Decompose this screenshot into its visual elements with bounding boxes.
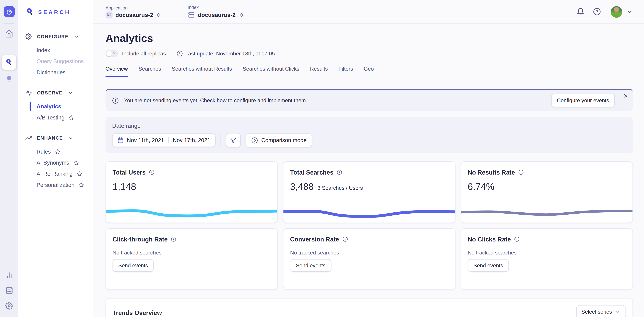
date-range-panel: Date range Nov 11th, 2021 Nov 17th, 2021 bbox=[106, 117, 633, 153]
analytics-tabs: Overview Searches Searches without Resul… bbox=[106, 66, 633, 77]
no-results-rate-card: No Results Rate 6.74% bbox=[460, 161, 633, 223]
star-icon[interactable] bbox=[78, 182, 84, 188]
info-icon[interactable] bbox=[514, 236, 520, 242]
comparison-mode-button[interactable]: Comparison mode bbox=[246, 133, 312, 147]
chevron-down-icon bbox=[74, 34, 79, 39]
star-icon[interactable] bbox=[77, 171, 82, 176]
page-meta-row: ✕ Include all replicas Last update: Nove… bbox=[106, 50, 633, 57]
index-selector[interactable]: Index docusaurus-2 bbox=[188, 5, 244, 18]
magnifier-icon bbox=[5, 58, 13, 66]
conversion-rate-card: Conversion Rate No tracked searches Send… bbox=[283, 228, 455, 290]
send-events-button[interactable]: Send events bbox=[112, 259, 154, 272]
page-title: Analytics bbox=[106, 32, 633, 45]
activity-icon bbox=[26, 90, 32, 96]
sidebar-item-analytics[interactable]: Analytics bbox=[36, 101, 93, 112]
chevrons-up-down-icon bbox=[156, 12, 162, 18]
sidebar-item-dictionaries[interactable]: Dictionaries bbox=[36, 67, 93, 78]
banner-message: You are not sending events yet. Check ho… bbox=[124, 97, 307, 104]
date-separator bbox=[168, 137, 168, 143]
top-header: Application D2 docusaurus-2 Index bbox=[93, 0, 644, 24]
toggle-knob bbox=[106, 51, 112, 56]
last-update-text: Last update: November 18th, at 17:05 bbox=[185, 50, 275, 56]
sidebar-item-ai-synonyms[interactable]: AI Synonyms bbox=[36, 157, 93, 168]
home-icon[interactable] bbox=[5, 30, 13, 38]
no-results-rate-sparkline bbox=[461, 206, 632, 220]
configure-events-button[interactable]: Configure your events bbox=[551, 94, 615, 107]
tab-searches-without-clicks[interactable]: Searches without Clicks bbox=[243, 66, 299, 77]
info-icon[interactable] bbox=[337, 170, 342, 175]
star-icon[interactable] bbox=[55, 149, 60, 154]
card-title: Total Users bbox=[112, 169, 146, 176]
sidebar-section-observe[interactable]: OBSERVE bbox=[18, 90, 93, 96]
account-chevron-down-icon[interactable] bbox=[626, 8, 633, 15]
top-actions bbox=[576, 6, 633, 18]
info-icon[interactable] bbox=[518, 170, 524, 175]
tab-searches-without-results[interactable]: Searches without Results bbox=[172, 66, 232, 77]
sidebar-item-ab-testing[interactable]: A/B Testing bbox=[36, 112, 93, 123]
sidebar-item-personalization[interactable]: Personalization bbox=[36, 180, 93, 190]
application-selector[interactable]: Application D2 docusaurus-2 bbox=[106, 5, 161, 18]
user-avatar[interactable] bbox=[611, 6, 622, 18]
funnel-icon bbox=[230, 137, 237, 144]
total-users-value: 1,148 bbox=[112, 181, 136, 192]
gear-icon bbox=[26, 33, 32, 40]
include-replicas-toggle[interactable]: ✕ bbox=[106, 50, 118, 57]
tab-filters[interactable]: Filters bbox=[338, 66, 353, 77]
sidebar-item-rules[interactable]: Rules bbox=[36, 146, 93, 157]
logo-magnifier-icon bbox=[26, 8, 34, 16]
send-events-button[interactable]: Send events bbox=[468, 259, 509, 272]
tab-geo[interactable]: Geo bbox=[364, 66, 374, 77]
settings-icon[interactable] bbox=[5, 302, 13, 310]
tab-results[interactable]: Results bbox=[310, 66, 328, 77]
sidebar-section-enhance[interactable]: ENHANCE bbox=[18, 135, 93, 141]
total-searches-card: Total Searches 3,488 3 Searches / Users bbox=[283, 161, 455, 223]
main-area: Application D2 docusaurus-2 Index bbox=[93, 0, 644, 317]
recommend-icon[interactable] bbox=[5, 75, 13, 83]
product-rail bbox=[0, 0, 18, 317]
filter-funnel-button[interactable] bbox=[226, 133, 241, 147]
close-icon[interactable] bbox=[623, 93, 628, 99]
brand-logo[interactable]: SEARCH bbox=[18, 0, 93, 24]
sidebar-item-query-suggestions[interactable]: Query Suggestions bbox=[36, 56, 93, 67]
notifications-bell-icon[interactable] bbox=[576, 8, 584, 16]
timer-app-icon[interactable] bbox=[4, 6, 15, 17]
logo-text: SEARCH bbox=[38, 9, 71, 15]
sidebar: SEARCH CONFIGURE I bbox=[18, 0, 93, 317]
select-series-button[interactable]: Select series bbox=[576, 305, 626, 317]
events-banner: You are not sending events yet. Check ho… bbox=[106, 89, 633, 111]
no-clicks-rate-card: No Clicks Rate No tracked searches Send … bbox=[460, 228, 633, 290]
sidebar-item-ai-re-ranking[interactable]: AI Re-Ranking bbox=[36, 168, 93, 180]
tab-overview[interactable]: Overview bbox=[106, 66, 128, 77]
rail-divider bbox=[4, 23, 14, 24]
tab-searches[interactable]: Searches bbox=[138, 66, 161, 77]
index-server-icon bbox=[188, 11, 195, 18]
star-icon[interactable] bbox=[73, 160, 79, 166]
help-icon[interactable] bbox=[593, 8, 601, 16]
total-users-sparkline bbox=[106, 206, 278, 220]
play-circle-icon bbox=[251, 137, 258, 144]
no-tracked-searches-text: No tracked searches bbox=[112, 250, 271, 256]
sidebar-section-configure[interactable]: CONFIGURE bbox=[18, 33, 93, 40]
stopwatch-icon bbox=[6, 8, 12, 15]
toggle-x-icon: ✕ bbox=[113, 51, 116, 56]
chevron-down-icon bbox=[68, 90, 73, 95]
usage-chart-icon[interactable] bbox=[5, 272, 13, 279]
info-icon[interactable] bbox=[342, 236, 348, 242]
search-tool-icon[interactable] bbox=[2, 55, 16, 70]
no-tracked-searches-text: No tracked searches bbox=[468, 250, 626, 256]
total-users-card: Total Users 1,148 bbox=[106, 161, 278, 223]
trends-title: Trends Overview bbox=[112, 309, 162, 316]
send-events-button[interactable]: Send events bbox=[290, 259, 331, 272]
database-icon[interactable] bbox=[5, 286, 13, 294]
sidebar-item-index[interactable]: Index bbox=[36, 45, 93, 56]
info-icon[interactable] bbox=[149, 170, 154, 175]
date-end: Nov 17th, 2021 bbox=[173, 137, 210, 143]
calendar-icon bbox=[118, 137, 124, 143]
vertical-divider bbox=[220, 133, 221, 147]
section-label: ENHANCE bbox=[37, 136, 63, 140]
star-icon[interactable] bbox=[69, 115, 74, 120]
total-searches-sparkline bbox=[284, 206, 455, 220]
date-range-button[interactable]: Nov 11th, 2021 Nov 17th, 2021 bbox=[112, 134, 216, 147]
info-icon[interactable] bbox=[171, 236, 176, 242]
sidebar-nav: CONFIGURE Index Query Suggestions Dictio… bbox=[18, 24, 93, 191]
